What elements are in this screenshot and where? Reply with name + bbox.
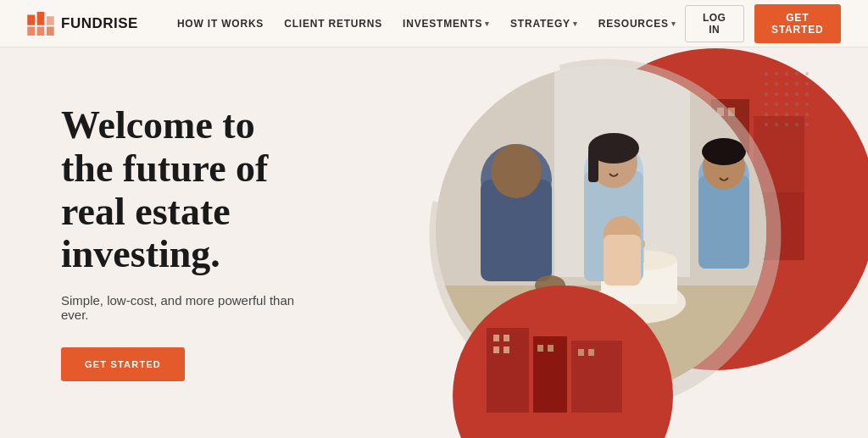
svg-rect-77 (604, 235, 641, 286)
hero-subtext: Simple, low-cost, and more powerful than… (61, 293, 322, 322)
get-started-hero-button[interactable]: GET STARTED (61, 347, 185, 381)
logo-text: FUNDRISE (61, 15, 138, 32)
svg-rect-86 (493, 335, 499, 341)
login-button[interactable]: LOG IN (685, 5, 744, 42)
svg-point-31 (765, 92, 768, 96)
nav-resources[interactable]: RESOURCES ▾ (590, 13, 685, 35)
svg-point-27 (775, 82, 778, 86)
svg-point-34 (795, 92, 798, 96)
svg-rect-2 (37, 12, 45, 25)
svg-point-48 (785, 123, 788, 126)
strategy-chevron-icon: ▾ (573, 19, 578, 28)
svg-point-37 (775, 103, 778, 106)
svg-rect-0 (27, 14, 35, 25)
nav-strategy[interactable]: STRATEGY ▾ (502, 13, 587, 35)
svg-point-40 (805, 103, 809, 106)
resources-chevron-icon: ▾ (671, 19, 676, 28)
svg-point-24 (795, 72, 798, 75)
hero-visual (419, 47, 868, 438)
svg-point-42 (775, 113, 778, 116)
svg-rect-87 (504, 335, 509, 341)
svg-point-33 (785, 92, 788, 96)
svg-rect-5 (47, 26, 54, 36)
svg-rect-89 (504, 347, 509, 353)
svg-point-47 (775, 123, 778, 126)
svg-point-21 (765, 72, 768, 75)
svg-rect-75 (588, 148, 598, 182)
svg-point-44 (795, 113, 798, 116)
hero-content: Welcome to the future of real estate inv… (0, 104, 322, 380)
svg-point-46 (765, 123, 768, 126)
investments-chevron-icon: ▾ (485, 19, 490, 28)
nav-client-returns[interactable]: CLIENT RETURNS (275, 13, 391, 35)
nav-how-it-works[interactable]: HOW IT WORKS (169, 13, 272, 35)
svg-rect-3 (37, 26, 45, 36)
svg-point-30 (805, 82, 809, 86)
svg-rect-93 (588, 349, 594, 356)
svg-rect-4 (47, 16, 54, 25)
hero-svg-composition (419, 47, 868, 438)
svg-point-36 (765, 103, 768, 106)
svg-point-28 (785, 82, 788, 86)
nav-actions: LOG IN GET STARTED (685, 4, 841, 43)
svg-point-32 (775, 92, 778, 96)
svg-rect-90 (537, 345, 543, 352)
svg-rect-88 (493, 347, 499, 353)
svg-rect-92 (578, 349, 584, 356)
svg-point-43 (785, 113, 788, 116)
svg-point-45 (805, 113, 809, 116)
logo-icon (27, 12, 54, 36)
svg-point-22 (775, 72, 778, 75)
nav-investments[interactable]: INVESTMENTS ▾ (394, 13, 498, 35)
navbar: FUNDRISE HOW IT WORKS CLIENT RETURNS INV… (0, 0, 868, 47)
svg-point-69 (491, 144, 542, 198)
svg-point-29 (795, 82, 798, 86)
svg-rect-1 (27, 26, 35, 36)
svg-point-41 (765, 113, 768, 116)
hero-heading: Welcome to the future of real estate inv… (61, 104, 322, 275)
svg-point-39 (795, 103, 798, 106)
get-started-nav-button[interactable]: GET STARTED (754, 4, 841, 43)
svg-point-25 (805, 72, 809, 75)
svg-point-49 (795, 123, 798, 126)
svg-point-50 (805, 123, 809, 126)
svg-rect-91 (548, 345, 554, 352)
nav-links: HOW IT WORKS CLIENT RETURNS INVESTMENTS … (169, 13, 685, 35)
svg-point-38 (785, 103, 788, 106)
svg-point-81 (702, 138, 746, 165)
svg-point-26 (765, 82, 768, 86)
hero-section: Welcome to the future of real estate inv… (0, 47, 868, 438)
svg-point-35 (805, 92, 809, 96)
logo-link[interactable]: FUNDRISE (27, 12, 138, 36)
svg-point-23 (785, 72, 788, 75)
